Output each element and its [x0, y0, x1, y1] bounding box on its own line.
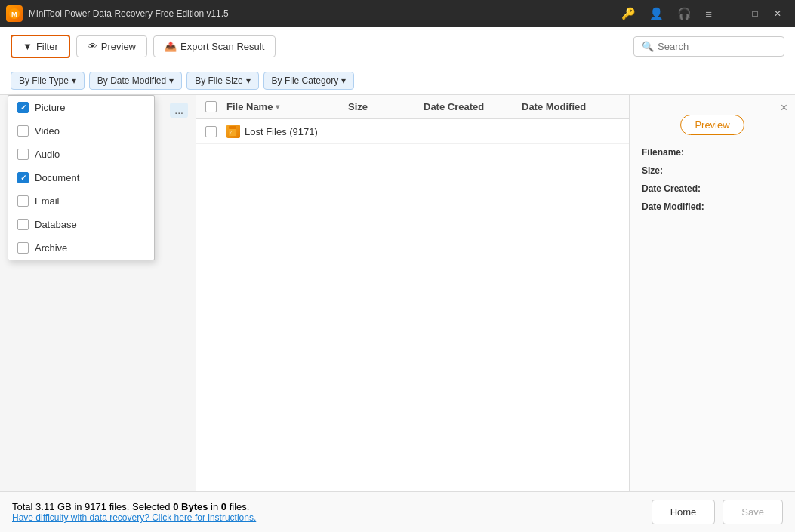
date-modified-label: Date Modified: [642, 201, 783, 212]
filter-icon: ▼ [23, 41, 32, 52]
app-logo: M [6, 5, 23, 22]
search-icon: 🔍 [642, 41, 654, 52]
header-date-created: Date Created [424, 101, 522, 112]
titlebar-icons: 🔑 👤 🎧 ≡ [618, 5, 715, 22]
toolbar: ▼ Filter 👁 Preview 📤 Export Scan Result … [0, 27, 795, 66]
save-button: Save [723, 500, 783, 524]
row-filename: ? Lost Files (9171) [226, 125, 348, 138]
minimize-button[interactable]: ─ [721, 3, 744, 24]
preview-icon: 👁 [88, 41, 97, 52]
maximize-button[interactable]: □ [744, 3, 766, 24]
row-checkbox[interactable] [205, 126, 217, 137]
dropdown-item-video[interactable]: Video [8, 119, 154, 143]
database-label: Database [35, 219, 77, 230]
dropdown-arrow-icon4: ▾ [341, 75, 346, 86]
by-file-type-button[interactable]: By File Type ▾ [11, 72, 85, 90]
dropdown-arrow-icon3: ▾ [246, 75, 251, 86]
export-icon: 📤 [165, 41, 177, 52]
status-text: Total 3.11 GB in 9171 files. Selected 0 … [12, 501, 644, 512]
table-header: File Name ▾ Size Date Created Date Modif… [196, 95, 629, 119]
left-panel: Picture Video Audio Document Email Datab… [0, 95, 196, 491]
file-type-dropdown: Picture Video Audio Document Email Datab… [8, 95, 155, 260]
select-all-checkbox[interactable] [205, 101, 217, 112]
statusbar: Total 3.11 GB in 9171 files. Selected 0 … [0, 491, 795, 532]
export-button[interactable]: 📤 Export Scan Result [153, 35, 276, 57]
app-title: MiniTool Power Data Recovery Free Editio… [29, 8, 618, 19]
audio-checkbox[interactable] [17, 149, 29, 160]
dropdown-arrow-icon: ▾ [72, 75, 76, 86]
header-size: Size [348, 101, 424, 112]
filter-button[interactable]: ▼ Filter [11, 35, 70, 58]
status-info: Total 3.11 GB in 9171 files. Selected 0 … [12, 501, 644, 523]
picture-checkbox[interactable] [17, 102, 29, 113]
picture-label: Picture [35, 102, 65, 113]
main-area: Picture Video Audio Document Email Datab… [0, 95, 795, 491]
dropdown-item-picture[interactable]: Picture [8, 96, 154, 119]
sort-arrow-icon: ▾ [276, 103, 279, 111]
more-button[interactable]: ... [170, 103, 188, 118]
filename-label: Filename: [642, 147, 783, 158]
key-icon[interactable]: 🔑 [618, 5, 639, 22]
file-table: File Name ▾ Size Date Created Date Modif… [196, 95, 629, 491]
preview-panel: × Preview Filename: Size: Date Created: … [629, 95, 795, 491]
preview-meta: Filename: Size: Date Created: Date Modif… [642, 147, 783, 220]
archive-checkbox[interactable] [17, 242, 29, 254]
table-row[interactable]: ? Lost Files (9171) [196, 119, 629, 144]
close-button[interactable]: ✕ [766, 3, 789, 24]
dropdown-item-archive[interactable]: Archive [8, 236, 154, 260]
search-box: 🔍 [633, 36, 784, 57]
dropdown-arrow-icon2: ▾ [169, 75, 174, 86]
email-label: Email [35, 195, 60, 207]
dropdown-item-document[interactable]: Document [8, 166, 154, 189]
header-checkbox-cell [205, 101, 226, 112]
dropdown-item-email[interactable]: Email [8, 189, 154, 213]
document-label: Document [35, 172, 79, 183]
row-checkbox-cell [205, 126, 226, 137]
archive-label: Archive [35, 242, 67, 254]
dropdown-item-audio[interactable]: Audio [8, 143, 154, 166]
by-file-size-button[interactable]: By File Size ▾ [186, 72, 258, 90]
header-date-modified: Date Modified [522, 101, 620, 112]
preview-action-button[interactable]: Preview [680, 115, 744, 135]
email-checkbox[interactable] [17, 195, 29, 207]
headset-icon[interactable]: 🎧 [674, 5, 695, 22]
window-controls: ─ □ ✕ [721, 3, 789, 24]
header-filename[interactable]: File Name ▾ [226, 101, 348, 112]
video-checkbox[interactable] [17, 125, 29, 137]
filterbar: By File Type ▾ By Date Modified ▾ By Fil… [0, 66, 795, 95]
home-button[interactable]: Home [652, 500, 716, 524]
svg-text:?: ? [230, 130, 232, 134]
svg-text:M: M [11, 11, 17, 18]
help-link[interactable]: Have difficulty with data recovery? Clic… [12, 512, 644, 523]
dropdown-item-database[interactable]: Database [8, 213, 154, 236]
preview-button[interactable]: 👁 Preview [76, 35, 147, 57]
file-table-panel: File Name ▾ Size Date Created Date Modif… [196, 95, 629, 491]
size-label: Size: [642, 165, 783, 176]
search-input[interactable] [658, 41, 778, 52]
database-checkbox[interactable] [17, 219, 29, 230]
date-created-label: Date Created: [642, 183, 783, 194]
by-date-modified-button[interactable]: By Date Modified ▾ [89, 72, 182, 90]
file-icon: ? [226, 125, 240, 138]
user-icon[interactable]: 👤 [646, 5, 667, 22]
titlebar: M MiniTool Power Data Recovery Free Edit… [0, 0, 795, 27]
document-checkbox[interactable] [17, 172, 29, 183]
svg-rect-3 [229, 126, 236, 129]
audio-label: Audio [35, 149, 60, 160]
video-label: Video [35, 125, 60, 137]
menu-icon[interactable]: ≡ [702, 6, 715, 22]
preview-close-button[interactable]: × [781, 101, 787, 115]
by-file-category-button[interactable]: By File Category ▾ [263, 72, 355, 90]
